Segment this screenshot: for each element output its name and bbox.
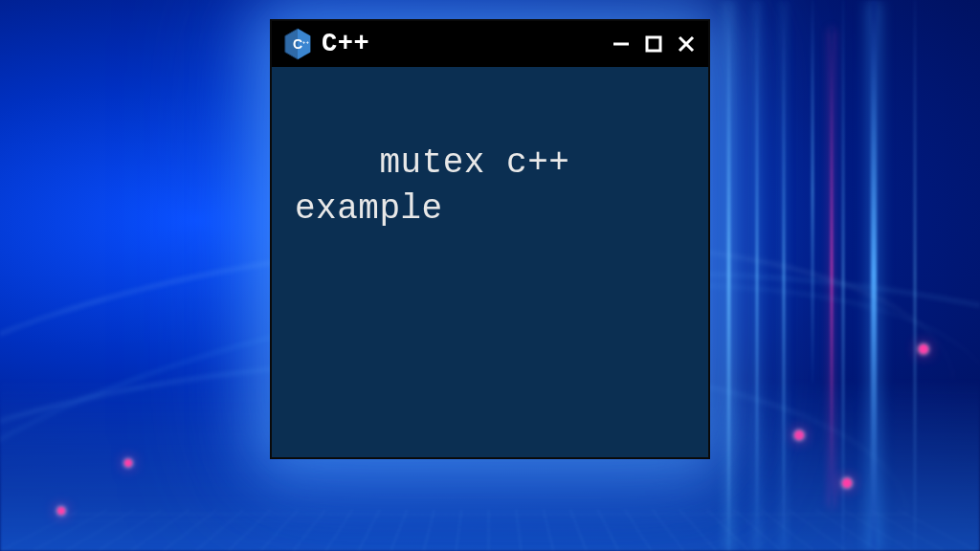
- svg-rect-6: [647, 37, 660, 51]
- terminal-text: mutex c++ example: [295, 143, 590, 230]
- svg-text:C: C: [293, 36, 302, 52]
- cpp-logo-icon: C + +: [283, 28, 312, 60]
- maximize-button[interactable]: [643, 33, 664, 55]
- svg-text:+: +: [306, 39, 309, 45]
- window-title: C++: [322, 30, 601, 58]
- minimize-button[interactable]: [611, 33, 632, 55]
- window-controls: [611, 33, 697, 55]
- close-button[interactable]: [676, 33, 697, 55]
- titlebar[interactable]: C + + C++: [272, 21, 708, 67]
- svg-text:+: +: [302, 39, 305, 45]
- terminal-window: C + + C++ mutex c++ example: [270, 19, 710, 459]
- terminal-body[interactable]: mutex c++ example: [272, 67, 708, 457]
